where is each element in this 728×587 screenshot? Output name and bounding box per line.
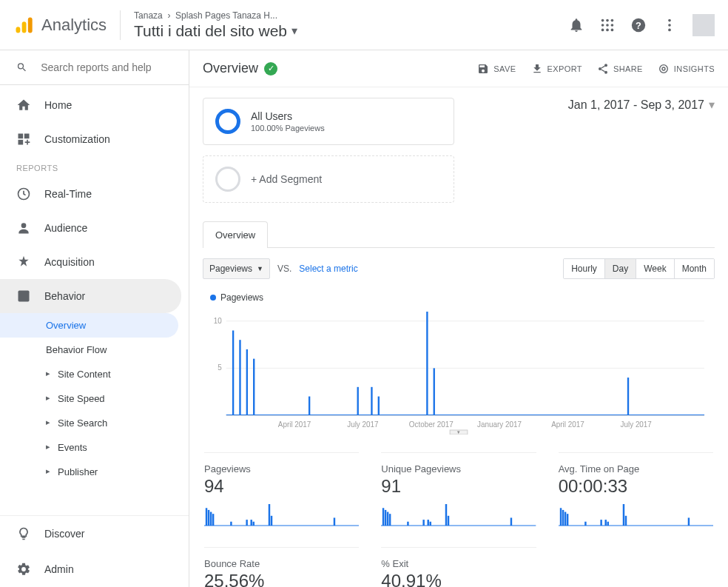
- help-icon[interactable]: ?: [630, 17, 647, 33]
- nav-publisher[interactable]: Publisher: [0, 460, 178, 484]
- secondary-metric-link[interactable]: Select a metric: [299, 264, 357, 274]
- svg-rect-64: [334, 517, 335, 526]
- metric-value: 00:00:33: [559, 476, 713, 497]
- add-segment-button[interactable]: + Add Segment: [203, 155, 454, 203]
- breadcrumb-property[interactable]: Splash Pages Tanaza H...: [175, 10, 277, 21]
- segment-stat: 100.00% Pageviews: [251, 124, 325, 133]
- svg-rect-71: [423, 520, 425, 526]
- gran-day[interactable]: Day: [604, 259, 636, 278]
- insights-button[interactable]: INSIGHTS: [658, 63, 715, 75]
- gran-hourly[interactable]: Hourly: [564, 259, 604, 278]
- metric-value: 94: [204, 476, 359, 497]
- metric-card[interactable]: % Exit 40.91%: [381, 547, 536, 587]
- notifications-icon[interactable]: [568, 17, 584, 33]
- tab-overview[interactable]: Overview: [203, 221, 268, 248]
- svg-rect-19: [18, 140, 24, 145]
- time-granularity: Hourly Day Week Month: [563, 258, 715, 279]
- search-reports[interactable]: [0, 50, 189, 85]
- acquisition-icon: [16, 255, 31, 269]
- svg-point-3: [601, 19, 604, 21]
- insights-icon: [658, 63, 670, 75]
- nav-discover[interactable]: Discover: [0, 516, 181, 551]
- svg-point-26: [660, 64, 668, 73]
- nav-events[interactable]: Events: [0, 435, 178, 460]
- svg-rect-60: [250, 520, 252, 526]
- svg-rect-33: [232, 330, 234, 415]
- svg-rect-68: [387, 512, 388, 526]
- gran-month[interactable]: Month: [674, 259, 714, 278]
- breadcrumb-container[interactable]: Tanaza › Splash Pages Tanaza H... Tutti …: [134, 10, 297, 40]
- svg-point-8: [611, 24, 614, 27]
- dropdown-caret-icon[interactable]: ▾: [291, 24, 297, 38]
- primary-metric-selector[interactable]: Pageviews▼: [203, 258, 270, 279]
- save-button[interactable]: SAVE: [477, 63, 516, 75]
- svg-point-21: [21, 223, 27, 228]
- nav-behavior-overview[interactable]: Overview: [0, 313, 178, 338]
- report-tabs: Overview: [203, 221, 715, 248]
- metric-value: 91: [381, 476, 536, 497]
- export-button[interactable]: EXPORT: [531, 63, 582, 75]
- svg-point-15: [668, 24, 671, 27]
- svg-text:5: 5: [218, 363, 222, 372]
- svg-rect-88: [687, 517, 689, 526]
- svg-text:?: ?: [636, 19, 641, 30]
- share-button[interactable]: SHARE: [597, 63, 643, 75]
- product-brand[interactable]: Analytics: [13, 15, 107, 36]
- account-avatar[interactable]: [692, 14, 715, 36]
- segment-placeholder-icon: [215, 167, 240, 192]
- overflow-menu-icon[interactable]: [661, 17, 678, 33]
- metric-label: Avg. Time on Page: [559, 463, 713, 474]
- svg-point-23: [604, 64, 607, 67]
- nav-realtime[interactable]: Real-Time: [0, 177, 181, 211]
- verified-badge-icon: ✓: [264, 62, 277, 76]
- person-icon: [16, 221, 31, 235]
- svg-point-27: [662, 67, 665, 70]
- metric-card[interactable]: Pageviews 94: [204, 452, 359, 529]
- apps-icon[interactable]: [599, 17, 616, 33]
- svg-text:▾: ▾: [457, 429, 460, 435]
- nav-customization[interactable]: Customization: [0, 122, 181, 156]
- metric-card[interactable]: Bounce Rate 25.56%: [204, 547, 359, 587]
- metric-label: Bounce Rate: [204, 558, 359, 569]
- svg-rect-86: [622, 504, 624, 526]
- nav-site-search[interactable]: Site Search: [0, 411, 178, 435]
- vs-label: VS.: [277, 264, 291, 274]
- svg-point-16: [668, 28, 671, 31]
- main-chart[interactable]: 510April 2017July 2017October 2017Januar…: [210, 309, 707, 435]
- svg-rect-39: [371, 387, 372, 415]
- svg-point-6: [601, 24, 604, 27]
- date-range-picker[interactable]: Jan 1, 2017 - Sep 3, 2017▾: [568, 98, 715, 112]
- product-name: Analytics: [41, 16, 107, 35]
- sidebar: Home Customization REPORTS Real-Time Aud…: [0, 50, 189, 587]
- nav-acquisition[interactable]: Acquisition: [0, 245, 181, 279]
- svg-point-25: [604, 70, 607, 73]
- search-input[interactable]: [41, 61, 172, 73]
- metric-card[interactable]: Avg. Time on Page 00:00:33: [559, 452, 713, 529]
- svg-rect-0: [16, 27, 21, 33]
- svg-rect-78: [559, 508, 561, 526]
- nav-admin[interactable]: Admin: [0, 551, 181, 587]
- metric-card[interactable]: Unique Pageviews 91: [381, 452, 536, 529]
- nav-behavior-flow[interactable]: Behavior Flow: [0, 338, 178, 362]
- nav-behavior[interactable]: Behavior: [0, 279, 181, 313]
- nav-home[interactable]: Home: [0, 88, 181, 122]
- share-icon: [597, 63, 609, 75]
- nav-site-content[interactable]: Site Content: [0, 362, 178, 386]
- sparkline: [204, 503, 359, 526]
- gran-week[interactable]: Week: [636, 259, 673, 278]
- gear-icon: [16, 562, 31, 577]
- svg-point-11: [611, 28, 614, 31]
- svg-rect-73: [430, 522, 431, 526]
- segment-all-users[interactable]: All Users 100.00% Pageviews: [203, 98, 454, 145]
- svg-rect-80: [564, 512, 566, 526]
- breadcrumb[interactable]: Tanaza › Splash Pages Tanaza H...: [134, 10, 297, 21]
- nav-site-speed[interactable]: Site Speed: [0, 386, 178, 411]
- svg-rect-81: [567, 514, 568, 526]
- breadcrumb-account[interactable]: Tanaza: [134, 10, 163, 21]
- svg-text:July 2017: July 2017: [621, 420, 653, 429]
- svg-rect-2: [28, 17, 33, 33]
- svg-text:April 2017: April 2017: [278, 420, 311, 429]
- svg-rect-41: [426, 312, 428, 415]
- report-title: Overview: [203, 61, 258, 76]
- nav-audience[interactable]: Audience: [0, 211, 181, 245]
